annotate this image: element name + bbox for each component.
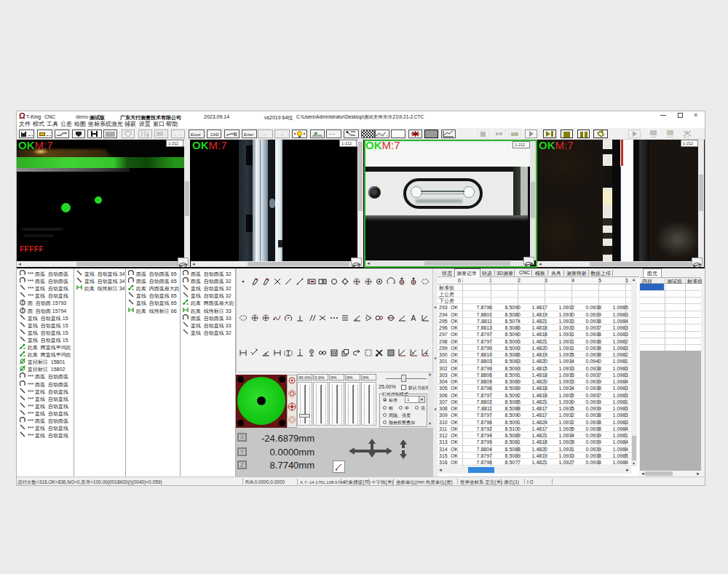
svg-text:B: B <box>234 132 237 137</box>
